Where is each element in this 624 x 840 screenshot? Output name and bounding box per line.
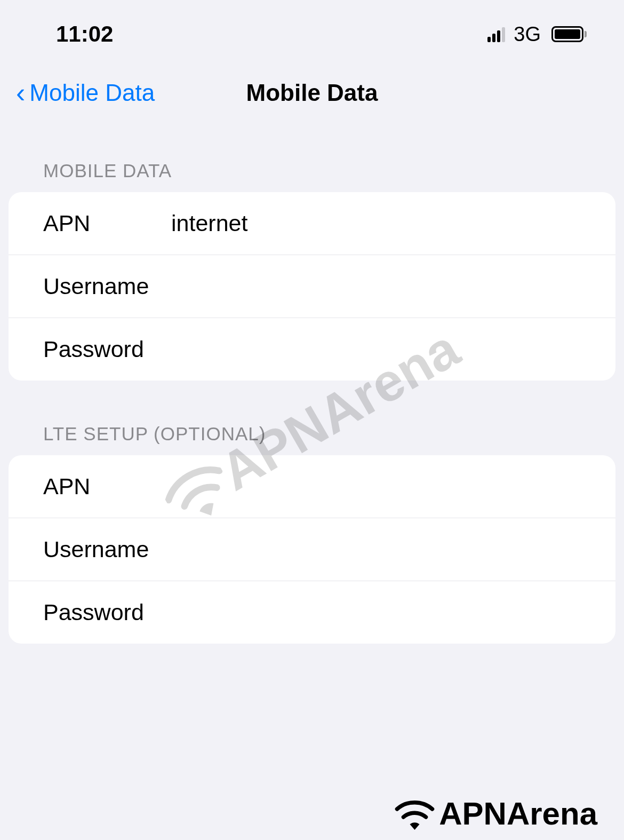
password-label: Password — [43, 336, 171, 362]
chevron-left-icon: ‹ — [16, 79, 25, 107]
username-label: Username — [43, 273, 171, 299]
row-password[interactable]: Password — [9, 318, 615, 381]
section-header-mobile-data: MOBILE DATA — [9, 160, 615, 192]
password-input[interactable] — [171, 336, 594, 362]
section-header-lte: LTE SETUP (OPTIONAL) — [9, 423, 615, 455]
lte-username-label: Username — [43, 536, 171, 562]
network-type: 3G — [514, 23, 541, 46]
status-bar: 11:02 3G — [0, 0, 624, 63]
username-input[interactable] — [171, 273, 594, 299]
wifi-icon — [395, 798, 435, 830]
status-time: 11:02 — [56, 21, 113, 47]
section-lte: APN Username Password — [9, 455, 615, 644]
lte-apn-label: APN — [43, 473, 171, 500]
row-lte-username[interactable]: Username — [9, 518, 615, 581]
row-lte-password[interactable]: Password — [9, 581, 615, 644]
back-button[interactable]: ‹ Mobile Data — [16, 79, 155, 107]
section-mobile-data: APN Username Password — [9, 192, 615, 381]
watermark-bottom: APNArena — [395, 795, 597, 832]
lte-password-label: Password — [43, 599, 171, 625]
signal-strength-icon — [487, 26, 505, 42]
status-indicators: 3G — [487, 23, 587, 46]
lte-apn-input[interactable] — [171, 473, 594, 500]
row-username[interactable]: Username — [9, 255, 615, 318]
navigation-bar: ‹ Mobile Data Mobile Data — [0, 63, 624, 128]
apn-label: APN — [43, 210, 171, 236]
lte-username-input[interactable] — [171, 536, 594, 562]
lte-password-input[interactable] — [171, 599, 594, 625]
row-apn[interactable]: APN — [9, 192, 615, 255]
apn-input[interactable] — [171, 210, 594, 236]
row-lte-apn[interactable]: APN — [9, 455, 615, 518]
back-label: Mobile Data — [29, 80, 155, 106]
page-title: Mobile Data — [246, 80, 378, 106]
battery-icon — [551, 26, 587, 42]
content: MOBILE DATA APN Username Password LTE SE… — [0, 128, 624, 644]
